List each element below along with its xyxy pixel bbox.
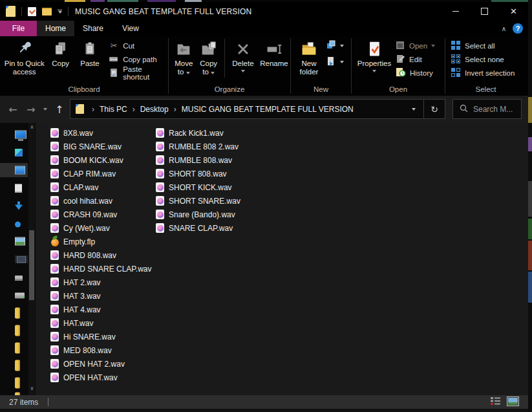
new-item-button[interactable]: [326, 39, 344, 52]
recent-locations-chevron-icon[interactable]: [40, 96, 50, 123]
location-folder-icon: [76, 104, 84, 114]
ribbon-tab-bar: FileHomeShareView: [0, 21, 528, 36]
file-row[interactable]: MED 808.wav: [50, 343, 154, 357]
file-row[interactable]: SHORT 808.wav: [156, 167, 266, 180]
file-row[interactable]: Empty.flp: [50, 235, 154, 248]
open-button[interactable]: Open: [396, 39, 435, 52]
file-row[interactable]: HARD SNARE CLAP.wav: [50, 262, 154, 276]
move-to-button[interactable]: Move to: [171, 36, 196, 76]
sidebar-item-documents[interactable]: [0, 181, 28, 195]
sidebar-item-pictures[interactable]: [0, 234, 28, 248]
new-folder-button[interactable]: New folder: [293, 36, 325, 76]
sidebar-item-downloads[interactable]: [0, 199, 28, 213]
file-row[interactable]: BOOM KICK.wav: [50, 153, 154, 167]
pin-to-quick-access-button[interactable]: Pin to Quick access: [4, 36, 45, 76]
file-row[interactable]: Rack Kick1.wav: [156, 126, 266, 140]
file-row[interactable]: OPEN HAT 2.wav: [50, 357, 154, 371]
breadcrumb-item[interactable]: Desktop: [140, 105, 169, 114]
forward-icon[interactable]: →: [23, 96, 39, 123]
paste-shortcut-button[interactable]: Paste shortcut: [109, 66, 168, 80]
copy-button[interactable]: Copy: [47, 36, 73, 68]
collapse-ribbon-icon[interactable]: ∧: [502, 25, 506, 32]
tab-share[interactable]: Share: [74, 21, 112, 36]
sidebar-scrollbar-thumb[interactable]: [29, 230, 34, 300]
easy-access-button[interactable]: [326, 55, 344, 69]
properties-button[interactable]: Properties: [356, 36, 393, 72]
maximize-button[interactable]: [470, 2, 499, 21]
qat-properties-icon[interactable]: [28, 7, 36, 16]
sidebar-item-folder[interactable]: [0, 306, 28, 320]
copy-to-button[interactable]: Copy to: [196, 36, 220, 76]
downloads-icon: [15, 202, 23, 210]
sidebar-item-videos[interactable]: [0, 252, 28, 266]
sidebar-item-local-disk[interactable]: [0, 288, 28, 303]
file-row[interactable]: 8X8.wav: [50, 126, 154, 140]
file-name: cool hihat.wav: [63, 197, 112, 206]
file-row[interactable]: SHORT KICK.wav: [156, 180, 266, 194]
sidebar-item-folder[interactable]: [0, 358, 28, 373]
paste-button[interactable]: Paste: [76, 36, 103, 68]
tab-home[interactable]: Home: [37, 21, 74, 36]
file-name: Empty.flp: [63, 237, 95, 246]
scroll-down-icon[interactable]: ∨: [29, 385, 35, 391]
select-all-button[interactable]: Select all: [451, 39, 515, 52]
up-icon[interactable]: ↑: [52, 96, 67, 123]
tab-file[interactable]: File: [0, 21, 37, 36]
sidebar-item-music[interactable]: [0, 217, 28, 232]
file-row[interactable]: HAT 2.wav: [50, 276, 154, 289]
file-row[interactable]: cool hihat.wav: [50, 194, 154, 208]
sidebar-item-desktop[interactable]: [0, 163, 28, 177]
details-view-button[interactable]: [490, 396, 501, 407]
file-row[interactable]: HAT.wav: [50, 316, 154, 330]
sidebar-item-folder[interactable]: [0, 376, 28, 390]
history-button[interactable]: History: [396, 66, 435, 80]
copy-path-button[interactable]: Copy path: [109, 52, 168, 66]
file-row[interactable]: RUMBLE 808 2.wav: [156, 140, 266, 153]
close-button[interactable]: ✕: [499, 2, 528, 21]
sidebar-item-folder[interactable]: [0, 323, 28, 338]
breadcrumb-item[interactable]: MUSIC GANG BEAT TEMPLATE FULL VERSION: [182, 105, 354, 114]
file-row[interactable]: SHORT SNARE.wav: [156, 194, 266, 208]
breadcrumb-item[interactable]: This PC: [100, 105, 127, 114]
file-row[interactable]: BIG SNARE.wav: [50, 140, 154, 153]
select-none-button[interactable]: Select none: [451, 52, 515, 66]
sidebar-item-folder[interactable]: [0, 341, 28, 355]
file-row[interactable]: CLAP.wav: [50, 180, 154, 194]
large-icons-view-button[interactable]: [507, 396, 519, 408]
help-icon[interactable]: ?: [513, 23, 523, 34]
file-row[interactable]: OPEN HAT.wav: [50, 371, 154, 384]
back-icon[interactable]: ←: [5, 96, 21, 123]
qat-new-folder-icon[interactable]: [42, 8, 52, 16]
invert-selection-button[interactable]: Invert selection: [451, 66, 515, 80]
address-dropdown-chevron-icon[interactable]: [404, 100, 423, 118]
qat-customize-chevron-icon[interactable]: [58, 10, 62, 14]
new-group-label: New: [291, 85, 351, 96]
sidebar-item-drive-small[interactable]: [0, 271, 28, 285]
folder-icon: [15, 325, 20, 336]
file-row[interactable]: HAT 3.wav: [50, 289, 154, 303]
minimize-button[interactable]: [441, 2, 470, 21]
tab-view[interactable]: View: [112, 21, 149, 36]
address-bar-row: ← → ↑ › This PC›Desktop›MUSIC GANG BEAT …: [0, 96, 528, 123]
address-box[interactable]: › This PC›Desktop›MUSIC GANG BEAT TEMPLA…: [70, 99, 445, 119]
file-row[interactable]: HAT 4.wav: [50, 303, 154, 316]
wav-file-icon: [50, 250, 59, 260]
search-box[interactable]: Search M...: [452, 99, 522, 119]
file-row[interactable]: Hi SNARE.wav: [50, 330, 154, 343]
scroll-up-icon[interactable]: ∧: [29, 124, 35, 130]
edit-button[interactable]: Edit: [396, 52, 435, 66]
refresh-icon[interactable]: ↻: [424, 104, 445, 114]
sidebar-item-3d-objects[interactable]: [0, 146, 28, 160]
cut-button[interactable]: ✂ Cut: [109, 39, 168, 52]
rename-button[interactable]: Rename: [258, 36, 290, 68]
delete-button[interactable]: Delete: [228, 36, 258, 72]
file-row[interactable]: RUMBLE 808.wav: [156, 153, 266, 167]
file-row[interactable]: CLAP RIM.wav: [50, 167, 154, 180]
file-row[interactable]: Cy (Wet).wav: [50, 221, 154, 235]
file-row[interactable]: Snare (Bando).wav: [156, 208, 266, 221]
file-row[interactable]: SNARE CLAP.wav: [156, 221, 266, 235]
search-input[interactable]: Search M...: [473, 105, 513, 114]
file-row[interactable]: HARD 808.wav: [50, 248, 154, 262]
sidebar-item-this-pc[interactable]: [0, 127, 28, 142]
file-row[interactable]: CRASH 09.wav: [50, 208, 154, 221]
